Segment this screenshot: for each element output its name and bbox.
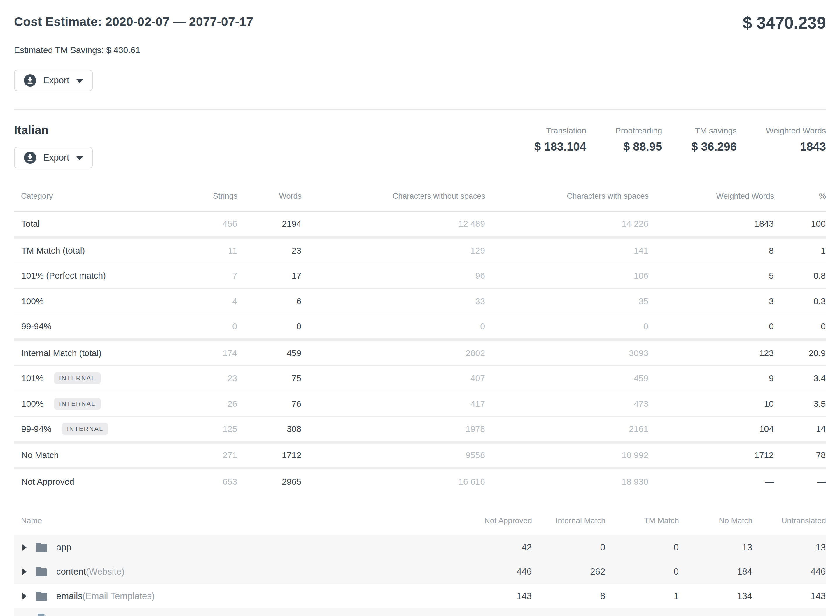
category-label: 101% (Perfect match) — [21, 271, 106, 281]
cell-chars-with-spaces: 18 930 — [485, 468, 649, 494]
section-divider — [14, 109, 826, 110]
file-row[interactable]: emails (Email Templates) 143 8 1 134 143 — [14, 584, 826, 609]
cell-chars-without-spaces: 129 — [302, 237, 485, 263]
cell-not-approved: 42 — [459, 535, 532, 559]
total-cost: $ 3470.239 — [743, 15, 826, 31]
file-row[interactable]: content (Website) 446 262 0 184 446 — [14, 559, 826, 584]
category-label: Internal Match (total) — [21, 348, 102, 358]
cost-table-row: 100% 4 6 33 35 3 0.3 — [14, 289, 826, 314]
stat-label: Weighted Words — [766, 126, 826, 135]
cell-tm-match: 0 — [606, 609, 679, 616]
stat-label: Translation — [534, 126, 586, 135]
cost-table-row: No Match 271 1712 9558 10 992 1712 78 — [14, 442, 826, 468]
col-percent: % — [774, 184, 826, 211]
export-button-label: Export — [43, 75, 69, 86]
cost-table-row: 99-94% 0 0 0 0 0 0 — [14, 314, 826, 340]
cell-strings: 271 — [156, 442, 237, 468]
cell-words: 75 — [237, 365, 302, 391]
cost-table-row: Internal Match (total) 174 459 2802 3093… — [14, 340, 826, 365]
cell-weighted-words: 0 — [649, 314, 774, 340]
col-untranslated: Untranslated — [753, 512, 826, 535]
cell-no-match: 13 — [679, 535, 753, 559]
cell-chars-without-spaces: 96 — [302, 263, 485, 289]
language-header: Italian Export Translation $ 183.104 — [14, 123, 826, 169]
cell-tm-match: 0 — [606, 559, 679, 584]
col-chars-with-spaces: Characters with spaces — [485, 184, 649, 211]
chevron-right-icon[interactable] — [22, 544, 26, 551]
cell-weighted-words: 3 — [649, 289, 774, 314]
cell-words: 308 — [237, 417, 302, 442]
category-label: Not Approved — [21, 477, 74, 487]
col-words: Words — [237, 184, 302, 211]
stat-translation: Translation $ 183.104 — [534, 126, 586, 153]
cell-percent: 100 — [774, 211, 826, 237]
category-label: 100% — [21, 296, 44, 306]
cell-chars-with-spaces: 459 — [485, 365, 649, 391]
cell-internal-match: 8 — [532, 584, 606, 609]
cell-chars-with-spaces: 141 — [485, 237, 649, 263]
cost-breakdown-table: Category Strings Words Characters withou… — [14, 184, 826, 494]
download-icon — [24, 151, 36, 164]
page-header: Cost Estimate: 2020-02-07 — 2077-07-17 $… — [14, 0, 826, 31]
cell-internal-match: 262 — [532, 559, 606, 584]
cell-no-match: 184 — [679, 559, 753, 584]
file-row[interactable]: JSON Umbrella.json 9 9 0 0 9 — [14, 609, 826, 616]
cell-weighted-words: 5 — [649, 263, 774, 289]
col-category: Category — [14, 184, 156, 211]
file-name: emails — [56, 591, 82, 601]
cell-chars-without-spaces: 1978 — [302, 417, 485, 442]
cost-table-row: 100% INTERNAL 26 76 417 473 10 3.5 — [14, 391, 826, 417]
chevron-right-icon[interactable] — [22, 569, 26, 575]
stat-value: $ 183.104 — [534, 140, 586, 153]
file-suffix: (Website) — [86, 566, 125, 577]
cell-weighted-words: 123 — [649, 340, 774, 365]
cell-chars-without-spaces: 407 — [302, 365, 485, 391]
col-strings: Strings — [156, 184, 237, 211]
cell-words: 6 — [237, 289, 302, 314]
cell-words: 76 — [237, 391, 302, 417]
category-label: TM Match (total) — [21, 246, 85, 255]
cell-chars-without-spaces: 2802 — [302, 340, 485, 365]
category-label: 100% — [21, 399, 44, 409]
cell-words: 1712 — [237, 442, 302, 468]
cell-tm-match: 1 — [606, 584, 679, 609]
stat-weighted-words: Weighted Words 1843 — [766, 126, 826, 153]
tm-savings-line: Estimated TM Savings: $ 430.61 — [14, 45, 826, 55]
file-name: content — [56, 566, 86, 577]
cell-percent: 78 — [774, 442, 826, 468]
category-label: No Match — [21, 450, 59, 460]
cell-strings: 11 — [156, 237, 237, 263]
cell-strings: 0 — [156, 314, 237, 340]
cell-no-match: 0 — [679, 609, 753, 616]
files-table-header-row: Name Not Approved Internal Match TM Matc… — [14, 512, 826, 535]
cell-untranslated: 13 — [753, 535, 826, 559]
category-label: Total — [21, 219, 40, 229]
language-stats: Translation $ 183.104 Proofreading $ 88.… — [534, 126, 826, 153]
file-suffix: (Email Templates) — [82, 591, 155, 601]
cell-weighted-words: 10 — [649, 391, 774, 417]
internal-badge: INTERNAL — [54, 373, 101, 384]
cell-percent: 0.3 — [774, 289, 826, 314]
cell-weighted-words: 104 — [649, 417, 774, 442]
cell-internal-match: 0 — [532, 535, 606, 559]
export-button[interactable]: Export — [14, 70, 93, 91]
cell-weighted-words: 1712 — [649, 442, 774, 468]
cell-chars-with-spaces: 10 992 — [485, 442, 649, 468]
stat-tm-savings: TM savings $ 36.296 — [691, 126, 737, 153]
cell-chars-with-spaces: 14 226 — [485, 211, 649, 237]
language-export-button[interactable]: Export — [14, 147, 93, 169]
chevron-right-icon[interactable] — [22, 593, 26, 599]
stat-proofreading: Proofreading $ 88.95 — [615, 126, 662, 153]
cell-percent: 3.4 — [774, 365, 826, 391]
cost-table-header-row: Category Strings Words Characters withou… — [14, 184, 826, 211]
file-row[interactable]: app 42 0 0 13 13 — [14, 535, 826, 559]
cell-strings: 653 — [156, 468, 237, 494]
cell-words: 0 — [237, 314, 302, 340]
cell-tm-match: 0 — [606, 535, 679, 559]
cost-estimate-page: Cost Estimate: 2020-02-07 — 2077-07-17 $… — [0, 0, 840, 616]
stat-value: $ 36.296 — [691, 140, 737, 153]
json-file-icon: JSON — [35, 613, 49, 616]
cell-weighted-words: — — [649, 468, 774, 494]
cell-weighted-words: 9 — [649, 365, 774, 391]
cost-table-body: Total 456 2194 12 489 14 226 1843 100 TM… — [14, 211, 826, 494]
